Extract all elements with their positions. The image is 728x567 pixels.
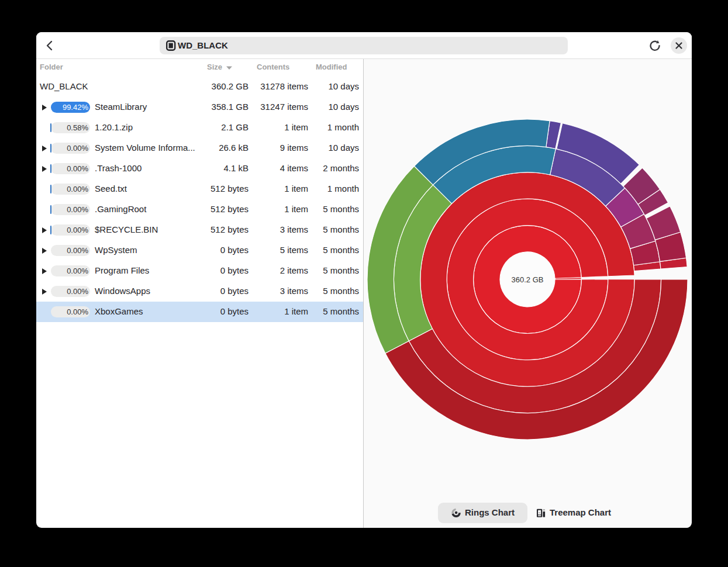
- svg-text:360.2 GB: 360.2 GB: [512, 275, 544, 284]
